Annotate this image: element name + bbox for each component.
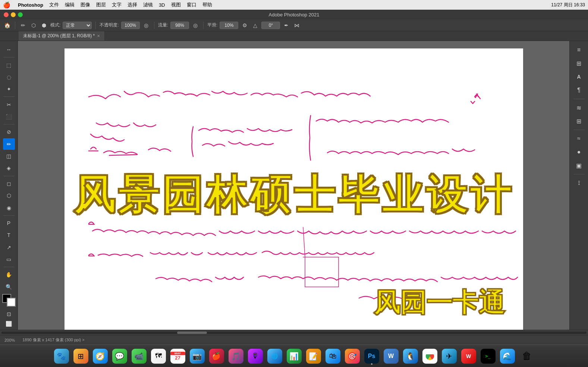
smoothing-input[interactable]: [220, 22, 238, 29]
tool-pen[interactable]: P: [3, 218, 15, 229]
dock-finder[interactable]: 🐾: [53, 347, 70, 365]
home-icon[interactable]: 🏠: [3, 21, 11, 29]
dock-safari[interactable]: 🧭: [91, 347, 109, 365]
tool-gradient[interactable]: ⬡: [3, 190, 15, 201]
brush-preset-icon[interactable]: ✏: [19, 21, 27, 29]
tool-eraser[interactable]: ◻: [3, 178, 15, 189]
dock-numbers[interactable]: 📊: [285, 347, 303, 365]
angle-icon[interactable]: △: [251, 21, 259, 29]
tool-move[interactable]: ↔: [3, 44, 15, 55]
dock-messages[interactable]: 💬: [111, 347, 129, 365]
menu-window[interactable]: 窗口: [184, 0, 199, 10]
smoothing-settings-icon[interactable]: ⚙: [240, 21, 249, 29]
dock-appstore[interactable]: 🛍: [324, 347, 342, 365]
stylus-icon[interactable]: ✒: [282, 21, 290, 29]
document-dimensions: 1890 像素 x 1417 像素 (300 ppi) >: [22, 337, 85, 343]
dock-trash[interactable]: 🗑: [518, 347, 536, 365]
menu-view[interactable]: 视图: [168, 0, 184, 10]
dock-calendar[interactable]: MAY 27: [169, 347, 187, 365]
color-swatches[interactable]: [2, 294, 16, 307]
apple-menu[interactable]: 🍎: [3, 1, 10, 9]
menu-photoshop[interactable]: Photoshop: [15, 0, 46, 10]
dock-photoshop[interactable]: Ps: [363, 347, 381, 365]
minimize-button[interactable]: [11, 12, 16, 17]
angle-input[interactable]: [261, 22, 280, 29]
tool-dodge[interactable]: ◉: [3, 202, 15, 213]
dock-pages[interactable]: 📝: [305, 347, 323, 365]
photoshop-dock-icon: Ps: [364, 349, 379, 364]
menu-select[interactable]: 选择: [125, 0, 140, 10]
background-color[interactable]: [7, 298, 16, 307]
dock-terminal[interactable]: >_: [479, 347, 497, 365]
dock-maps[interactable]: 🗺: [150, 347, 167, 365]
menu-3d[interactable]: 3D: [156, 0, 168, 10]
flow-pressure-icon[interactable]: ◎: [191, 21, 199, 29]
flow-input[interactable]: [170, 22, 189, 29]
dock-ocean[interactable]: 🌊: [499, 347, 516, 365]
rp-layers-icon[interactable]: ▣: [573, 159, 585, 171]
rp-adjust-icon[interactable]: ≈: [573, 133, 585, 145]
canvas-area[interactable]: 风景园林硕士毕业设计 风园一卡通: [18, 41, 569, 330]
dock-launchpad[interactable]: ⊞: [72, 347, 90, 365]
h-scrollbar[interactable]: [0, 330, 588, 335]
menu-image[interactable]: 图像: [78, 0, 93, 10]
tool-brush[interactable]: ✏: [3, 138, 15, 149]
menu-filter[interactable]: 滤镜: [140, 0, 156, 10]
menu-help[interactable]: 帮助: [199, 0, 215, 10]
dock-wps[interactable]: W: [460, 347, 478, 365]
rp-grid2-icon[interactable]: ⊞: [573, 115, 585, 127]
menubar: 🍎 Photoshop 文件 编辑 图像 图层 文字 选择 滤镜 3D 视图 窗…: [0, 0, 588, 10]
tool-quick-select[interactable]: ✦: [3, 83, 15, 95]
dock-camera[interactable]: 📷: [188, 347, 206, 365]
rp-color-icon[interactable]: ●: [573, 146, 585, 158]
close-button[interactable]: [4, 12, 9, 17]
menu-file[interactable]: 文件: [46, 0, 62, 10]
symmetry-paint-icon[interactable]: ⋈: [293, 21, 301, 29]
quick-mask-icon[interactable]: ⊡: [7, 311, 11, 317]
brush-settings-icon[interactable]: ⬡: [29, 21, 38, 29]
tool-clone[interactable]: ◫: [3, 151, 15, 162]
menu-edit[interactable]: 编辑: [62, 0, 78, 10]
tool-shape[interactable]: ▭: [3, 254, 15, 265]
tool-lasso[interactable]: ◌: [3, 72, 15, 83]
tool-heal[interactable]: ⊘: [3, 126, 15, 137]
opacity-pressure-icon[interactable]: ◎: [142, 21, 150, 29]
dock-browser[interactable]: 🌐: [266, 347, 284, 365]
toolbar-separator-4: [203, 22, 204, 29]
tool-history-brush[interactable]: ◈: [3, 162, 15, 174]
tool-path-select[interactable]: ↗: [3, 241, 15, 253]
tool-marquee[interactable]: ⬚: [3, 59, 15, 70]
dock-word[interactable]: W: [382, 347, 400, 365]
brush-mode-select[interactable]: 正常 正片叠底 溶解: [63, 22, 92, 29]
tab-close-icon[interactable]: ✕: [97, 34, 100, 38]
tool-type[interactable]: T: [3, 230, 15, 241]
symmetry-icon[interactable]: ⬢: [40, 21, 48, 29]
rp-settings-icon[interactable]: ≋: [573, 102, 585, 114]
menu-type[interactable]: 文字: [109, 0, 125, 10]
dock-chrome[interactable]: [421, 347, 439, 365]
rp-grid-icon[interactable]: ⊞: [573, 57, 585, 69]
menu-clock: 11/27 周日 16:33: [551, 2, 585, 8]
scrollbar-thumb[interactable]: [177, 332, 207, 334]
rp-paragraph-icon[interactable]: ¶: [573, 84, 585, 96]
dock-podcasts[interactable]: 🎙: [246, 347, 264, 365]
dock-photo[interactable]: 🎯: [343, 347, 361, 365]
document-tab[interactable]: 未标题-1 @ 200% (图层 1, RGB/8) * ✕: [19, 31, 105, 41]
tool-hand[interactable]: ✋: [3, 269, 15, 280]
screen-mode-icon[interactable]: ⬜: [6, 321, 12, 327]
launchpad-icon: ⊞: [73, 349, 88, 364]
dock-music[interactable]: 🎵: [227, 347, 245, 365]
rp-arrange-icon[interactable]: ≡: [573, 44, 585, 56]
tool-zoom[interactable]: 🔍: [3, 281, 15, 292]
dock-qq[interactable]: 🐧: [402, 347, 419, 365]
opacity-input[interactable]: [121, 22, 140, 29]
dock-travel[interactable]: ✈: [440, 347, 458, 365]
rp-channels-icon[interactable]: ⟟: [573, 177, 585, 189]
maximize-button[interactable]: [18, 12, 23, 17]
rp-type-icon[interactable]: A: [573, 71, 585, 83]
dock-facetime[interactable]: 📹: [130, 347, 148, 365]
tool-eyedropper[interactable]: ⬛: [3, 111, 15, 122]
menu-layer[interactable]: 图层: [93, 0, 109, 10]
tool-crop[interactable]: ✂: [3, 99, 15, 110]
dock-applemusic[interactable]: 🍎: [208, 347, 226, 365]
